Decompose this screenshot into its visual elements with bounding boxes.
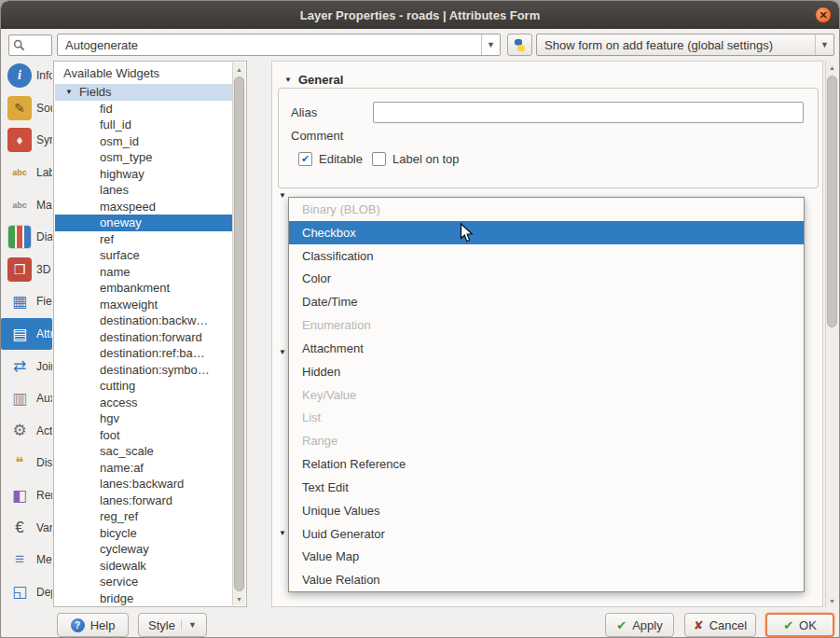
sidebar-item-3d-view[interactable]: ❒ 3D View (1, 254, 52, 286)
collapsed-section-arrow[interactable]: ▼ (279, 348, 286, 356)
sidebar-item-information[interactable]: i Information (1, 60, 52, 92)
field-item[interactable]: service (55, 574, 232, 590)
cancel-button[interactable]: ✘ Cancel (684, 613, 756, 637)
tree-scrollbar[interactable]: ▲ ▼ (232, 62, 245, 605)
field-item[interactable]: surface (55, 247, 232, 264)
collapsed-section-arrow[interactable]: ▼ (279, 529, 286, 537)
sidebar-item-symbology[interactable]: ♦ Symbology (1, 124, 52, 157)
ok-button[interactable]: ✔ OK (765, 613, 834, 637)
panel-scrollbar[interactable]: ▲ ▼ (825, 61, 838, 607)
autogenerate-combobox[interactable]: Autogenerate ▼ (57, 34, 501, 56)
field-item[interactable]: ref (55, 231, 232, 248)
field-item[interactable]: foot (55, 427, 232, 444)
widget-type-option[interactable]: Classification (289, 244, 804, 268)
field-item[interactable]: cutting (55, 378, 232, 395)
scroll-thumb[interactable] (827, 76, 837, 327)
sidebar-item-actions[interactable]: ⚙ Actions (1, 415, 52, 448)
sidebar-icon: ≡ (7, 548, 32, 572)
field-item[interactable]: osm_type (55, 149, 232, 166)
alias-input[interactable] (373, 102, 804, 123)
field-item[interactable]: name (55, 264, 232, 281)
field-item[interactable]: destination:backw… (55, 312, 232, 329)
label-on-top-checkbox[interactable] (372, 152, 386, 166)
field-item[interactable]: lanes (55, 182, 232, 199)
sidebar-item-display[interactable]: ❝ Display (1, 447, 52, 479)
alias-label: Alias (291, 105, 317, 119)
field-item[interactable]: hgv (55, 410, 232, 427)
field-item[interactable]: highway (55, 166, 232, 183)
style-button[interactable]: Style ▼ (138, 613, 207, 637)
scroll-down-icon[interactable]: ▼ (826, 594, 838, 607)
field-item[interactable]: fid (55, 101, 232, 118)
widget-type-option[interactable]: Relation Reference (289, 452, 804, 476)
field-item[interactable]: destination:ref:ba… (55, 345, 232, 362)
widget-type-option[interactable]: Hidden (289, 360, 804, 383)
sidebar-item-joins[interactable]: ⇄ Joins (1, 350, 52, 382)
tree-root-fields[interactable]: ▼ Fields (55, 84, 232, 101)
search-icon (13, 39, 25, 51)
sidebar-icon: abc (7, 193, 32, 217)
properties-tab-list: i Information ✎ Source ♦ Symbology abc L… (1, 60, 52, 610)
widget-type-option: Key/Value (289, 383, 804, 407)
widget-type-option[interactable]: Checkbox (289, 221, 804, 244)
field-item[interactable]: reg_ref (55, 508, 232, 525)
widget-type-option[interactable]: Value Map (289, 545, 804, 568)
field-item[interactable]: destination:symbo… (55, 362, 232, 379)
field-item[interactable]: maxspeed (55, 199, 232, 215)
field-item[interactable]: bridge (55, 590, 232, 606)
field-item[interactable]: sidewalk (55, 558, 232, 575)
field-item[interactable]: sac_scale (55, 443, 232, 460)
widget-type-section-arrow[interactable]: ▼ (279, 191, 286, 200)
widget-type-option[interactable]: Color (289, 267, 804, 290)
field-item[interactable]: maxweight (55, 297, 232, 313)
widget-type-option[interactable]: Unique Values (289, 499, 804, 522)
field-item[interactable]: lanes:forward (55, 492, 232, 509)
sidebar-item-source[interactable]: ✎ Source (1, 92, 52, 125)
scroll-thumb[interactable] (234, 76, 244, 591)
label-on-top-label: Label on top (392, 152, 460, 166)
apply-button[interactable]: ✔ Apply (605, 613, 674, 637)
search-box[interactable] (8, 35, 52, 56)
sidebar-item-metadata[interactable]: ≡ Metadata (1, 544, 52, 576)
field-item[interactable]: full_id (55, 117, 232, 133)
field-item[interactable]: destination:forward (55, 329, 232, 346)
sidebar-item-diagrams[interactable]: Diagrams (1, 221, 52, 254)
field-item[interactable]: osm_id (55, 133, 232, 150)
widget-type-option[interactable]: Uuid Generator (289, 522, 804, 546)
python-init-button[interactable] (507, 34, 532, 56)
close-icon[interactable]: ✕ (815, 7, 832, 23)
widget-type-option[interactable]: Attachment (289, 337, 804, 360)
help-button[interactable]: ? Help (57, 613, 129, 637)
field-item[interactable]: access (55, 395, 232, 411)
general-section-header[interactable]: ▼ General (280, 73, 348, 87)
sidebar-item-masks[interactable]: abc Masks (1, 188, 52, 221)
field-item[interactable]: cycleway (55, 541, 232, 558)
sidebar-item-rendering[interactable]: ◧ Rendering (1, 479, 52, 512)
sidebar-icon: ▤ (7, 322, 32, 346)
sidebar-item-dependencies[interactable]: ◱ Dependencies (1, 576, 52, 609)
sidebar-icon: ▥ (7, 386, 32, 410)
show-form-combobox[interactable]: Show form on add feature (global setting… (536, 34, 834, 56)
scroll-up-icon[interactable]: ▲ (826, 61, 838, 74)
field-item[interactable]: name:af (55, 460, 232, 477)
field-list: fidfull_idosm_idosm_typehighwaylanesmaxs… (55, 101, 232, 606)
scroll-down-icon[interactable]: ▼ (233, 592, 245, 605)
autogenerate-value: Autogenerate (58, 38, 481, 52)
tree-expander-icon[interactable]: ▼ (65, 88, 73, 96)
field-item[interactable]: oneway (55, 215, 232, 231)
sidebar-item-variables[interactable]: € Variables (1, 511, 52, 544)
help-icon: ? (71, 618, 85, 632)
field-item[interactable]: embankment (55, 280, 232, 297)
sidebar-item-auxiliary-storage[interactable]: ▥ Auxiliary Storage (1, 382, 52, 415)
editable-checkbox[interactable]: ✔ (298, 152, 312, 166)
sidebar-item-attributes-form[interactable]: ▤ Attributes Form (1, 318, 52, 351)
search-input[interactable] (27, 39, 49, 52)
sidebar-item-fields[interactable]: ▦ Fields (1, 285, 52, 318)
widget-type-option[interactable]: Date/Time (289, 290, 804, 313)
widget-type-option[interactable]: Text Edit (289, 476, 804, 499)
sidebar-item-labels[interactable]: abc Labels (1, 157, 52, 189)
scroll-up-icon[interactable]: ▲ (233, 62, 245, 76)
widget-type-option[interactable]: Value Relation (289, 568, 804, 591)
field-item[interactable]: lanes:backward (55, 476, 232, 492)
field-item[interactable]: bicycle (55, 525, 232, 542)
